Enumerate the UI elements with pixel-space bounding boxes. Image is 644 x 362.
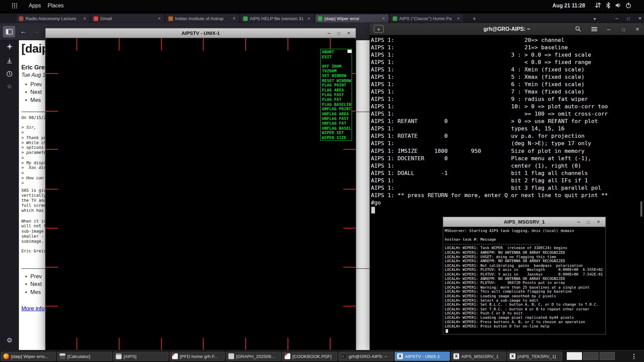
new-tab-button[interactable] [471, 14, 478, 22]
list-tabs-chevron-icon[interactable] [591, 15, 598, 22]
wiper-menu-item[interactable]: RESET WINDOW [321, 78, 352, 83]
wiper-menu-item[interactable]: FLAG BASELIN [321, 102, 352, 107]
hamburger-menu-icon[interactable] [591, 29, 597, 29]
nav-link[interactable]: Prev [21, 81, 42, 89]
plot-tick [343, 149, 356, 149]
bookmarks-star-icon[interactable] [0, 83, 19, 90]
workspace-1[interactable] [567, 352, 582, 360]
tab-close-icon[interactable] [306, 16, 311, 21]
wiper-menu-item[interactable]: UNFLAG BASEL [321, 126, 352, 130]
app-grid-icon[interactable] [11, 3, 17, 8]
tab-close-icon[interactable] [381, 16, 386, 21]
wiper-menu-item[interactable]: WIPER SIZE [321, 135, 352, 140]
wiper-menu-item[interactable]: FLAG FAST [321, 93, 352, 97]
browser-tab[interactable]: [daip] Wiper error [315, 14, 388, 22]
settings-gear-icon[interactable] [0, 337, 19, 344]
plot-tick [245, 338, 246, 350]
terminal-scrollbar[interactable] [640, 201, 642, 217]
tab-close-icon[interactable] [456, 16, 461, 21]
wiper-menu-item[interactable]: FLAG FAT [321, 97, 352, 102]
wiper-menu-item[interactable]: ABORT [321, 50, 352, 54]
aipstv-minimize-button[interactable] [325, 28, 333, 38]
terminal-minimize-button[interactable] [604, 23, 612, 36]
browser-minimize-button[interactable] [613, 14, 620, 22]
network-icon[interactable] [595, 2, 602, 9]
wiper-menu-item[interactable]: UNFLAG AREA [321, 112, 352, 116]
wiper-menu-item[interactable]: OFF ZOOM [321, 64, 352, 69]
search-icon[interactable] [575, 26, 581, 34]
aipstv-window: AIPSTV - UNIX-1 ABORTEXITOFF ZOOMTVZOOMS… [45, 28, 356, 350]
wiper-menu-item[interactable]: UNFLAG FAST [321, 116, 352, 121]
nav-link[interactable]: Next [21, 281, 42, 289]
taskbar-item[interactable]: [COOKBOOK.PDF] [282, 352, 337, 361]
tab-close-icon[interactable] [232, 16, 237, 21]
taskbar-item[interactable]: [Calculator] [57, 352, 112, 361]
plot-tick [76, 338, 77, 350]
msgsrv-maximize-button[interactable] [585, 217, 592, 227]
clock[interactable]: Aug 21 11:28 [552, 0, 585, 11]
msgsrv-minimize-button[interactable] [575, 217, 582, 227]
taskbar-overflow-icon[interactable] [633, 354, 635, 355]
tab-close-icon[interactable] [157, 16, 162, 21]
nav-link[interactable]: Mes [21, 289, 42, 297]
wiper-menu-item[interactable]: WIPER SET [321, 131, 352, 135]
downloads-icon[interactable] [0, 57, 19, 65]
power-icon[interactable] [625, 2, 632, 9]
terminal-titlebar[interactable]: grh@GRO-AIPS: ~ [370, 23, 644, 36]
nav-link[interactable]: Prev [21, 274, 42, 281]
msgsrv-titlebar[interactable]: AIPS_MSGSRV_1 [443, 217, 605, 227]
taskbar-item[interactable]: AIPS_MSGSRV_1 [451, 352, 506, 361]
taskbar-item[interactable]: [AIPS_TEKSRV_1] [507, 352, 562, 361]
workspace-2[interactable] [583, 352, 598, 360]
ai-sparkle-icon[interactable] [0, 44, 19, 51]
back-button[interactable] [18, 26, 29, 37]
bluetooth-icon[interactable] [605, 2, 612, 9]
workspace-3[interactable] [600, 352, 615, 360]
forward-button[interactable] [31, 26, 42, 37]
wiper-menu-item[interactable]: FLAG AREA [321, 88, 352, 93]
nav-link[interactable]: Next [21, 89, 42, 97]
message-nav-bottom: PrevNextMes [21, 274, 42, 297]
plot-tick [46, 73, 58, 74]
wiper-menu-item[interactable]: FLAG POINT [321, 83, 352, 88]
taskbar-item[interactable]: [daip] Wiper erro... [1, 352, 56, 361]
aipstv-canvas[interactable]: ABORTEXITOFF ZOOMTVZOOMSET WINDOWRESET W… [46, 38, 356, 350]
history-clock-icon[interactable] [0, 71, 19, 79]
browser-tab[interactable]: Indian Institute of Astrop [166, 14, 239, 22]
browser-tab[interactable]: Radio Astronomy Lecture [16, 14, 90, 22]
more-info-link[interactable]: More info [21, 305, 45, 311]
wiper-menu-item[interactable]: TVZOOM [321, 69, 352, 73]
terminal-new-tab-button[interactable] [374, 25, 383, 33]
browser-close-button[interactable] [637, 14, 643, 22]
wiper-menu-item[interactable]: UNFLAG FAT [321, 121, 352, 126]
taskbar-item[interactable]: [AIPS] [113, 352, 168, 361]
taskbar-item[interactable]: AIPSTV - UNIX-1 [395, 352, 450, 361]
tab-close-icon[interactable] [82, 16, 87, 21]
browser-tab[interactable]: AIPS ("Classic") Home Pa [390, 14, 463, 22]
wiper-menu-item[interactable]: EXIT [321, 54, 352, 59]
aipstv-titlebar[interactable]: AIPSTV - UNIX-1 [46, 28, 356, 38]
nav-link[interactable]: Mes [21, 97, 42, 105]
body-line: which has [21, 208, 46, 213]
quoted-block: > Sir,>> Thank yo> While ch> options > p… [21, 125, 46, 186]
terminal-maximize-button[interactable] [620, 23, 628, 36]
taskbar-item[interactable]: [PFD home grh F... [170, 352, 225, 361]
wiper-menu-item[interactable] [321, 59, 352, 64]
wiper-menu-item[interactable]: SET WINDOW [321, 73, 352, 78]
apps-menu[interactable]: Apps [29, 0, 41, 11]
terminal-output[interactable]: AIPS 1: 20=> channel AIPS 1: 21=> baseli… [371, 36, 608, 206]
message-date: Tue Aug 1 [21, 72, 46, 78]
taskbar-item[interactable]: [GRAPH_202508... [226, 352, 281, 361]
aipstv-close-button[interactable] [345, 28, 353, 38]
sidebar-toggle-button[interactable] [3, 26, 15, 37]
aipstv-maximize-button[interactable] [335, 28, 342, 38]
terminal-close-button[interactable] [633, 23, 641, 36]
wiper-menu-item[interactable]: UNFLAG POINT [321, 107, 352, 112]
browser-maximize-button[interactable] [625, 14, 632, 22]
browser-tab[interactable]: AIPS HELP file (version 31 [241, 14, 314, 22]
browser-tab[interactable]: Gmail [91, 14, 164, 22]
msgsrv-close-button[interactable] [595, 217, 602, 227]
taskbar-item[interactable]: grh@GRO-AIPS: ~ [338, 352, 393, 361]
volume-icon[interactable] [615, 2, 622, 9]
places-menu[interactable]: Places [48, 0, 64, 11]
